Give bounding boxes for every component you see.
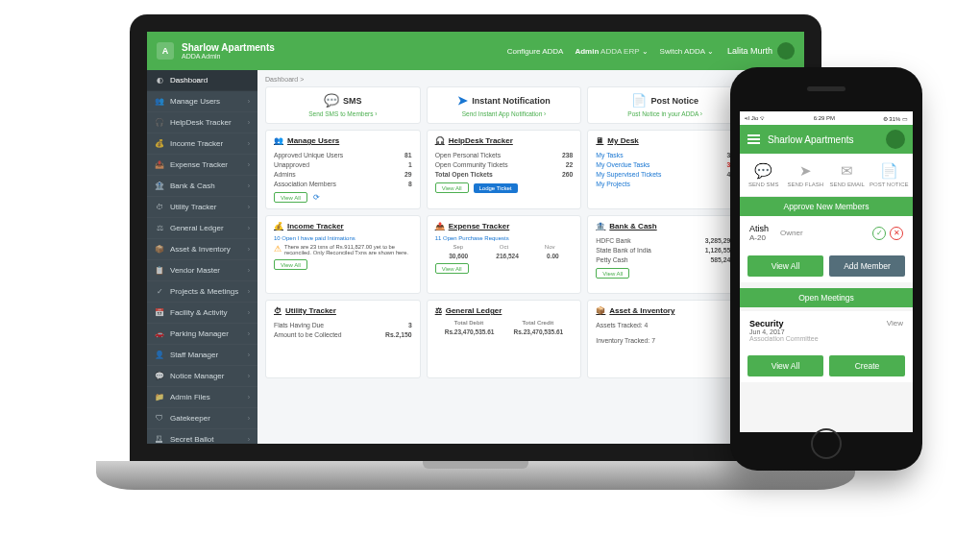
expense-icon: 📤 xyxy=(435,222,445,230)
sidebar-label: Asset & Inventory xyxy=(170,245,231,254)
sidebar-item-income-tracker[interactable]: 💰Income Tracker› xyxy=(147,133,257,155)
sidebar-item-manage-users[interactable]: 👥Manage Users› xyxy=(147,91,257,112)
chevron-icon: › xyxy=(248,415,250,422)
menu-icon[interactable] xyxy=(747,134,760,144)
view-all-button[interactable]: View All xyxy=(747,355,823,376)
chevron-icon: › xyxy=(248,161,250,168)
reject-button[interactable]: ✕ xyxy=(890,227,903,240)
action-icon: 📄 xyxy=(869,162,911,180)
row-label[interactable]: My Tasks xyxy=(596,152,623,158)
sidebar-icon: 📋 xyxy=(155,266,164,276)
sidebar: ◐Dashboard👥Manage Users›🎧HelpDesk Tracke… xyxy=(147,70,257,444)
app-subtitle: ADDA Admin xyxy=(182,53,275,60)
apartment-title: Sharlow Apartments xyxy=(182,42,275,53)
widget-ledger: ⚖General Ledger Total DebitTotal Credit … xyxy=(427,300,582,378)
avatar[interactable] xyxy=(886,130,905,149)
row-label[interactable]: My Supervised Tickets xyxy=(596,171,661,178)
mobile-app: •ıl Jio ᯤ 6:29 PM ⚙ 31% ▭ Sharlow Apartm… xyxy=(740,111,913,432)
row-label[interactable]: My Projects xyxy=(596,181,630,187)
row-label: Flats Having Due xyxy=(274,322,324,328)
laptop-bezel: A Sharlow Apartments ADDA Admin Configur… xyxy=(130,14,821,461)
meetings-header: Open Meetings xyxy=(740,288,913,307)
view-all-button[interactable]: View All xyxy=(747,255,823,277)
hero-link[interactable]: Send SMS to Members › xyxy=(272,110,414,117)
battery: ⚙ 31% ▭ xyxy=(883,115,908,122)
view-all-button[interactable]: View All xyxy=(274,259,307,270)
chevron-icon: › xyxy=(248,267,250,274)
ledger-icon: ⚖ xyxy=(435,306,442,315)
user-name: Lalita Murth xyxy=(727,46,772,56)
row-label: Petty Cash xyxy=(596,256,627,263)
sidebar-item-secret-ballot[interactable]: 🗳Secret Ballot› xyxy=(147,429,257,444)
income-note[interactable]: 10 Open I have paid Intimations xyxy=(274,235,412,241)
sidebar-label: Parking Manager xyxy=(170,329,229,338)
sidebar-item-bank-cash[interactable]: 🏦Bank & Cash› xyxy=(147,176,257,197)
warning-icon: ⚠ xyxy=(274,244,282,254)
sidebar-item-gatekeeper[interactable]: 🛡Gatekeeper› xyxy=(147,408,257,429)
row-label: Approved Unique Users xyxy=(274,152,343,158)
sidebar-item-expense-tracker[interactable]: 📤Expense Tracker› xyxy=(147,155,257,176)
sidebar-item-notice-manager[interactable]: 💬Notice Manager› xyxy=(147,366,257,387)
sidebar-item-general-ledger[interactable]: ⚖General Ledger› xyxy=(147,218,257,239)
sidebar-label: Secret Ballot xyxy=(170,435,213,444)
hero-title: Instant Notification xyxy=(472,96,551,106)
sidebar-item-admin-files[interactable]: 📁Admin Files› xyxy=(147,387,257,408)
user-menu[interactable]: Lalita Murth xyxy=(727,42,795,60)
row-value: 238 xyxy=(562,152,573,158)
action-send-sms[interactable]: 💬SEND SMS xyxy=(743,162,785,187)
sidebar-item-vendor-master[interactable]: 📋Vendor Master› xyxy=(147,260,257,281)
member-row: Atish A-20 Owner ✓ ✕ xyxy=(740,216,913,250)
view-all-button[interactable]: View All xyxy=(435,182,469,193)
month-value: 216,524 xyxy=(496,253,519,259)
add-member-button[interactable]: Add Member xyxy=(829,255,905,277)
action-send-flash[interactable]: ➤SEND FLASH xyxy=(785,162,827,187)
sidebar-item-helpdesk-tracker[interactable]: 🎧HelpDesk Tracker› xyxy=(147,112,257,133)
row-label: Total Open Tickets xyxy=(435,171,493,178)
approve-button[interactable]: ✓ xyxy=(872,227,886,240)
nav-configure[interactable]: Configure ADDA xyxy=(507,47,564,56)
sidebar-item-facility-activity[interactable]: 📅Facility & Activity› xyxy=(147,303,257,324)
hero-link[interactable]: Send Instant App Notification › xyxy=(433,110,576,117)
nav-admin[interactable]: Admin ADDA ERP ⌄ xyxy=(575,47,648,56)
sidebar-item-projects-meetings[interactable]: ✓Projects & Meetings› xyxy=(147,281,257,303)
member-role: Owner xyxy=(780,229,803,237)
row-value: 81 xyxy=(404,152,412,158)
action-label: POST NOTICE xyxy=(869,182,911,187)
action-send-email[interactable]: ✉SEND EMAIL xyxy=(826,162,869,187)
desk-icon: 🖥 xyxy=(596,136,603,145)
meeting-title: Security xyxy=(749,319,903,328)
lodge-ticket-button[interactable]: Lodge Ticket xyxy=(474,183,518,193)
action-post-notice[interactable]: 📄POST NOTICE xyxy=(869,162,911,187)
row-label: Unapproved xyxy=(274,161,309,168)
nav-switch[interactable]: Switch ADDA ⌄ xyxy=(660,47,714,56)
widget-utility: ⏱Utility Tracker Flats Having Due3Amount… xyxy=(265,300,421,378)
create-button[interactable]: Create xyxy=(829,355,905,376)
row-label: Open Community Tickets xyxy=(435,161,508,168)
view-all-button[interactable]: View All xyxy=(596,268,629,279)
view-all-button[interactable]: View All xyxy=(274,192,307,203)
hero-link[interactable]: Post Notice in your ADDA › xyxy=(594,110,736,117)
income-warning: ⚠There are 23 txns of Rs.911,827.00 yet … xyxy=(274,244,412,255)
sidebar-item-utility-tracker[interactable]: ⏱Utility Tracker› xyxy=(147,197,257,218)
meeting-view-link[interactable]: View xyxy=(887,319,903,328)
asset-icon: 📦 xyxy=(596,306,605,315)
view-all-button[interactable]: View All xyxy=(435,263,469,274)
sidebar-item-dashboard[interactable]: ◐Dashboard xyxy=(147,70,257,91)
desktop-header: A Sharlow Apartments ADDA Admin Configur… xyxy=(147,32,804,70)
sidebar-item-staff-manager[interactable]: 👤Staff Manager› xyxy=(147,345,257,366)
hero-send: ➤Instant NotificationSend Instant App No… xyxy=(427,86,582,124)
sidebar-icon: 👥 xyxy=(155,97,164,107)
sidebar-label: Gatekeeper xyxy=(170,414,210,423)
expense-note[interactable]: 11 Open Purchase Requests xyxy=(435,235,574,241)
action-label: SEND EMAIL xyxy=(826,182,869,187)
refresh-icon[interactable]: ⟳ xyxy=(313,193,320,202)
sidebar-item-asset-inventory[interactable]: 📦Asset & Inventory› xyxy=(147,239,257,260)
sidebar-item-parking-manager[interactable]: 🚗Parking Manager› xyxy=(147,324,257,345)
sidebar-label: Admin Files xyxy=(170,393,210,401)
hero-row: 💬SMSSend SMS to Members ›➤Instant Notifi… xyxy=(265,86,743,124)
row-label[interactable]: My Overdue Tasks xyxy=(596,161,649,168)
chevron-icon: › xyxy=(248,140,250,147)
widget-asset: 📦Asset & Inventory Assets Tracked: 4 Inv… xyxy=(587,300,743,378)
sidebar-icon: 🗳 xyxy=(155,435,164,445)
headset-icon: 🎧 xyxy=(435,136,445,145)
